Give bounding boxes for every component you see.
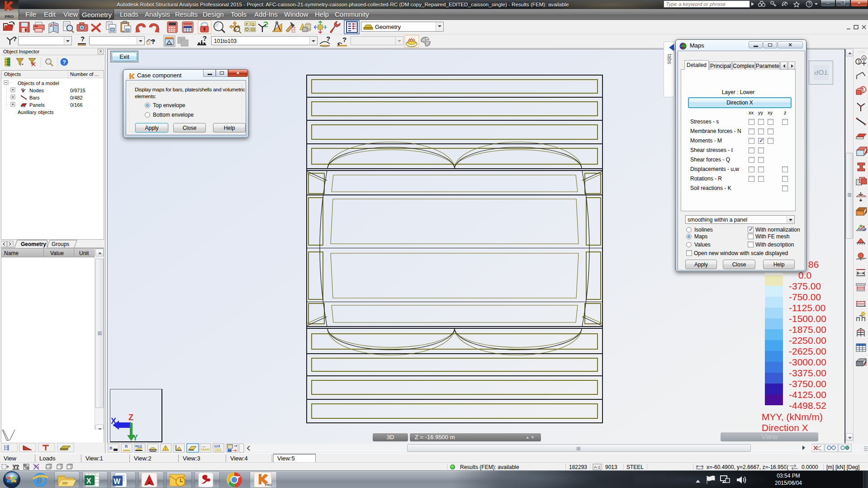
svg-text:-1500.00: -1500.00 bbox=[789, 313, 826, 324]
svg-text:?: ? bbox=[81, 35, 85, 43]
svg-text:-1875.00: -1875.00 bbox=[789, 324, 826, 335]
svg-text:Panels: Panels bbox=[29, 102, 45, 108]
svg-text:Q: Q bbox=[251, 22, 254, 26]
svg-text:P: P bbox=[246, 22, 248, 26]
svg-text:?: ? bbox=[342, 36, 346, 43]
svg-text:Y?: Y? bbox=[13, 464, 19, 469]
svg-text:-3750.00: -3750.00 bbox=[789, 379, 826, 389]
svg-text:Z: Z bbox=[128, 413, 133, 422]
svg-text:86: 86 bbox=[808, 259, 819, 270]
svg-text:?: ? bbox=[62, 59, 66, 66]
svg-text:-4125.00: -4125.00 bbox=[789, 389, 826, 400]
svg-text:Nodes: Nodes bbox=[29, 88, 44, 93]
svg-text:-2250.00: -2250.00 bbox=[789, 335, 826, 346]
svg-text:-4498.52: -4498.52 bbox=[789, 400, 826, 411]
svg-text:Geometry: Geometry bbox=[21, 241, 46, 247]
svg-text:A: A bbox=[863, 56, 865, 61]
svg-text:-3375.00: -3375.00 bbox=[789, 368, 826, 378]
svg-text:Groups: Groups bbox=[52, 241, 69, 247]
svg-text:PRO: PRO bbox=[265, 483, 272, 487]
svg-text:0/166: 0/166 bbox=[70, 102, 83, 108]
svg-text:n: n bbox=[125, 444, 128, 449]
svg-text:?: ? bbox=[326, 35, 330, 43]
svg-text:Objects of a model: Objects of a model bbox=[18, 81, 59, 86]
svg-text:X: X bbox=[86, 477, 91, 485]
svg-text:n: n bbox=[109, 445, 112, 450]
svg-text:0/9715: 0/9715 bbox=[70, 88, 85, 93]
svg-text:123: 123 bbox=[214, 444, 220, 448]
svg-text:1: 1 bbox=[858, 59, 860, 64]
svg-text:-3000.00: -3000.00 bbox=[789, 357, 826, 367]
svg-text:MYY, (kNm/m): MYY, (kNm/m) bbox=[762, 412, 823, 422]
svg-text:-750.00: -750.00 bbox=[789, 292, 821, 302]
svg-text:Direction X: Direction X bbox=[762, 422, 808, 433]
svg-text:-375.00: -375.00 bbox=[789, 281, 821, 291]
svg-text:-2625.00: -2625.00 bbox=[789, 346, 826, 356]
svg-text:?: ? bbox=[203, 34, 207, 42]
svg-text:A-1: A-1 bbox=[594, 465, 600, 469]
svg-text:?: ? bbox=[13, 35, 17, 43]
svg-text:?: ? bbox=[808, 2, 811, 7]
svg-text:-1125.00: -1125.00 bbox=[789, 303, 825, 313]
svg-text:Y: Y bbox=[133, 433, 138, 442]
svg-text:W: W bbox=[114, 478, 121, 485]
svg-text:?: ? bbox=[151, 38, 155, 45]
svg-text:Auxiliary objects: Auxiliary objects bbox=[18, 109, 54, 115]
svg-text:X: X bbox=[111, 417, 116, 426]
svg-text:0/482: 0/482 bbox=[70, 95, 83, 100]
svg-text:Bars: Bars bbox=[29, 95, 40, 100]
